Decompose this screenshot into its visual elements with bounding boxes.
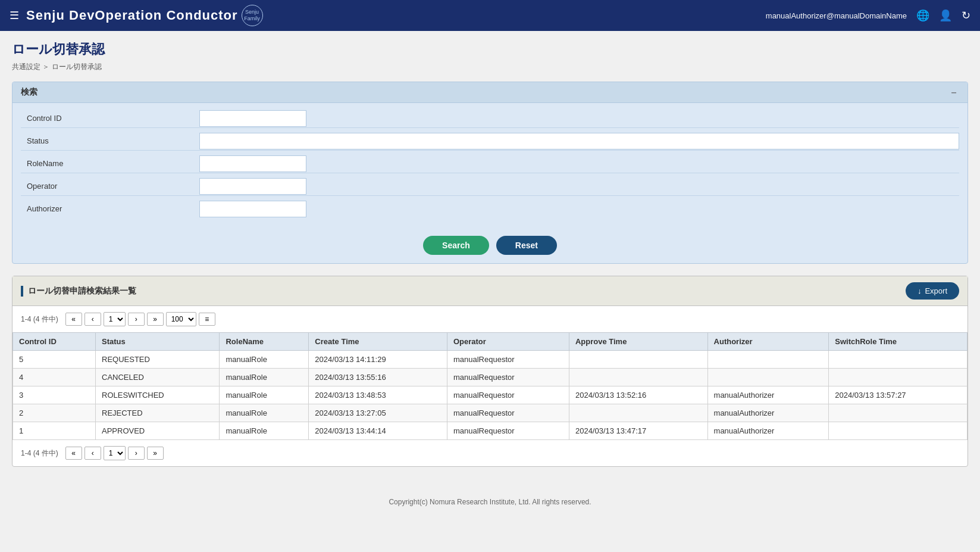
- results-table: Control ID Status RoleName Create Time O…: [12, 332, 968, 440]
- search-row-authorizer: Authorizer: [21, 199, 959, 218]
- input-rolename[interactable]: [199, 155, 306, 172]
- label-rolename: RoleName: [21, 154, 199, 173]
- table-body: 5REQUESTEDmanualRole2024/03/13 14:11:29m…: [13, 351, 968, 440]
- col-header-authorizer: Authorizer: [707, 333, 829, 351]
- first-page-btn-bottom[interactable]: «: [65, 447, 82, 460]
- export-label: Export: [925, 286, 947, 295]
- label-authorizer: Authorizer: [21, 199, 199, 218]
- globe-icon[interactable]: 🌐: [916, 9, 929, 22]
- input-operator[interactable]: [199, 178, 306, 195]
- page-info-top: 1-4 (4 件中): [21, 314, 58, 325]
- refresh-icon[interactable]: ↻: [962, 9, 970, 22]
- results-title: ロール切替申請検索結果一覧: [21, 286, 136, 297]
- col-header-approve-time: Approve Time: [569, 333, 707, 351]
- per-page-select-top[interactable]: 100: [166, 312, 196, 326]
- last-page-btn-bottom[interactable]: »: [147, 447, 164, 460]
- search-row-operator: Operator: [21, 177, 959, 196]
- results-panel: ロール切替申請検索結果一覧 ↓ Export 1-4 (4 件中) « ‹ 1 …: [12, 276, 968, 467]
- footer-text: Copyright(c) Nomura Research Institute, …: [389, 498, 591, 506]
- app-header: ☰ Senju DevOperation Conductor SenjuFami…: [0, 0, 980, 31]
- prev-page-btn-top[interactable]: ‹: [84, 313, 101, 326]
- table-header: Control ID Status RoleName Create Time O…: [13, 333, 968, 351]
- user-icon[interactable]: 👤: [939, 9, 952, 22]
- breadcrumb: 共通設定 ＞ ロール切替承認: [12, 62, 968, 72]
- search-button[interactable]: Search: [423, 236, 489, 255]
- table-row[interactable]: 5REQUESTEDmanualRole2024/03/13 14:11:29m…: [13, 351, 968, 369]
- label-control-id: Control ID: [21, 109, 199, 127]
- label-status: Status: [21, 132, 199, 150]
- results-header: ロール切替申請検索結果一覧 ↓ Export: [12, 276, 968, 306]
- table-row[interactable]: 2REJECTEDmanualRole2024/03/13 13:27:05ma…: [13, 404, 968, 422]
- pagination-bottom: 1-4 (4 件中) « ‹ 1 › »: [12, 440, 968, 466]
- header-logo: ☰ Senju DevOperation Conductor SenjuFami…: [10, 5, 766, 26]
- search-row-control-id: Control ID: [21, 109, 959, 128]
- search-panel-title: 検索: [21, 87, 37, 98]
- first-page-btn-top[interactable]: «: [65, 313, 82, 326]
- pagination-top: 1-4 (4 件中) « ‹ 1 › » 100 ≡: [12, 306, 968, 332]
- table-row[interactable]: 1APPROVEDmanualRole2024/03/13 13:44:14ma…: [13, 422, 968, 440]
- export-button[interactable]: ↓ Export: [906, 282, 959, 300]
- next-page-btn-top[interactable]: ›: [128, 313, 145, 326]
- page-title: ロール切替承認: [12, 40, 968, 58]
- search-row-status: Status: [21, 132, 959, 151]
- last-page-btn-top[interactable]: »: [147, 313, 164, 326]
- col-header-create-time: Create Time: [309, 333, 447, 351]
- header-username: manualAuthorizer@manualDomainName: [766, 11, 907, 20]
- input-authorizer[interactable]: [199, 201, 306, 217]
- next-page-btn-bottom[interactable]: ›: [128, 447, 145, 460]
- column-menu-btn-top[interactable]: ≡: [199, 313, 215, 326]
- table-row[interactable]: 4CANCELEDmanualRole2024/03/13 13:55:16ma…: [13, 369, 968, 386]
- col-header-status: Status: [96, 333, 220, 351]
- collapse-search-button[interactable]: －: [948, 87, 959, 98]
- search-panel-header: 検索 －: [12, 82, 968, 103]
- page-select-bottom[interactable]: 1: [104, 446, 126, 460]
- search-actions: Search Reset: [12, 227, 968, 263]
- col-header-operator: Operator: [447, 333, 569, 351]
- footer: Copyright(c) Nomura Research Institute, …: [0, 488, 980, 516]
- logo-family-badge: SenjuFamily: [242, 5, 263, 26]
- label-operator: Operator: [21, 177, 199, 195]
- search-row-rolename: RoleName: [21, 154, 959, 173]
- page-content: ロール切替承認 共通設定 ＞ ロール切替承認 検索 － Control ID S…: [0, 31, 980, 476]
- search-panel: 検索 － Control ID Status RoleName Operator: [12, 82, 968, 264]
- table-row[interactable]: 3ROLESWITCHEDmanualRole2024/03/13 13:48:…: [13, 386, 968, 404]
- prev-page-btn-bottom[interactable]: ‹: [84, 447, 101, 460]
- page-info-bottom: 1-4 (4 件中): [21, 448, 58, 459]
- col-header-control-id: Control ID: [13, 333, 96, 351]
- export-icon: ↓: [918, 286, 922, 295]
- reset-button[interactable]: Reset: [496, 236, 557, 255]
- col-header-rolename: RoleName: [220, 333, 309, 351]
- search-form: Control ID Status RoleName Operator Auth…: [12, 103, 968, 227]
- header-right: manualAuthorizer@manualDomainName 🌐 👤 ↻: [766, 9, 970, 22]
- input-status[interactable]: [199, 133, 959, 149]
- menu-icon[interactable]: ☰: [10, 9, 19, 22]
- col-header-switchrole-time: SwitchRole Time: [829, 333, 968, 351]
- page-select-top[interactable]: 1: [104, 312, 126, 326]
- app-title: Senju DevOperation Conductor: [26, 8, 238, 23]
- input-control-id[interactable]: [199, 110, 306, 127]
